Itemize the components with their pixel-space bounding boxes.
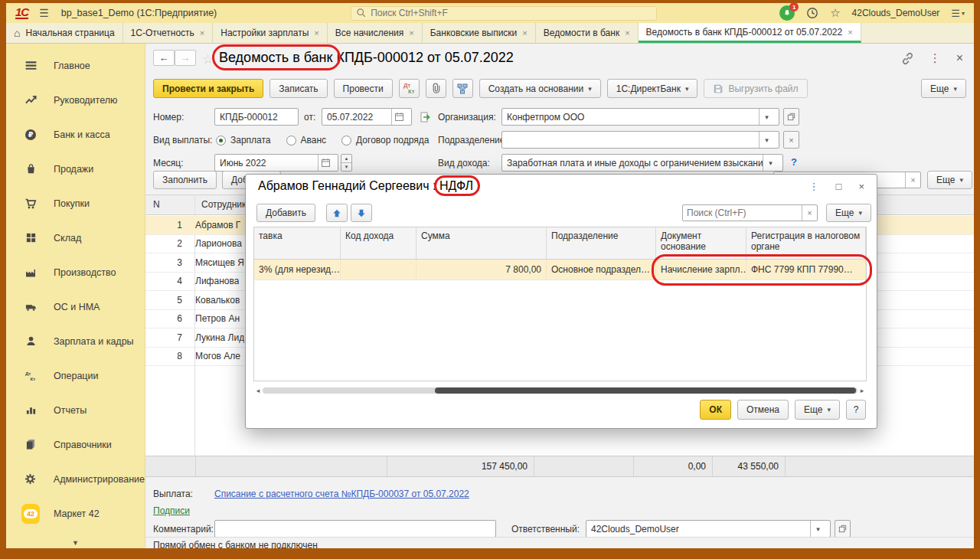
favorites-star-icon[interactable]: ☆ bbox=[830, 6, 840, 20]
close-tab-icon[interactable]: × bbox=[625, 28, 629, 38]
col-income-code-header[interactable]: Код дохода bbox=[341, 227, 416, 259]
radio-advance[interactable]: Аванс bbox=[286, 135, 327, 145]
responsible-field[interactable]: 42Clouds_DemoUser ▾ bbox=[586, 520, 831, 538]
month-stepper[interactable]: ▲▼ bbox=[341, 154, 352, 172]
col-n-header[interactable]: N bbox=[153, 199, 160, 210]
sidebar-item-manager[interactable]: Руководителю bbox=[6, 83, 145, 117]
radio-salary[interactable]: Зарплата bbox=[216, 135, 271, 145]
fill-button[interactable]: Заполнить bbox=[153, 171, 217, 189]
close-tab-icon[interactable]: × bbox=[200, 28, 204, 38]
dialog-more2-button[interactable]: Еще▾ bbox=[795, 400, 840, 420]
col-base-doc-header[interactable]: Документ основание bbox=[656, 227, 746, 259]
month-field[interactable]: Июнь 2022 bbox=[214, 154, 338, 172]
list-more-button[interactable]: Еще▾ bbox=[927, 171, 972, 189]
clear-department-button[interactable]: × bbox=[783, 131, 799, 149]
col-rate-header[interactable]: тавка bbox=[254, 227, 341, 259]
sidebar-item-purchases[interactable]: Покупки bbox=[6, 186, 145, 221]
set-current-date-icon[interactable] bbox=[420, 111, 432, 123]
comment-input[interactable] bbox=[214, 520, 496, 538]
main-menu-icon[interactable]: ☰ bbox=[39, 7, 49, 19]
move-down-button[interactable] bbox=[351, 204, 372, 222]
dialog-close-icon[interactable]: × bbox=[858, 181, 864, 192]
number-field[interactable]: КПДБ-000012 bbox=[214, 108, 299, 126]
back-button[interactable]: ← bbox=[153, 50, 175, 66]
close-tab-icon[interactable]: × bbox=[409, 28, 413, 38]
col-employee-header[interactable]: Сотрудник bbox=[201, 199, 246, 210]
payment-document-link[interactable]: Списание с расчетного счета №КПДБ-000037… bbox=[214, 489, 469, 499]
sidebar-collapse-icon[interactable]: ▼ bbox=[6, 539, 145, 547]
dialog-table-row[interactable]: 3% (для нерезид… 7 800,00 Основное подра… bbox=[254, 260, 866, 280]
dialog-help-button[interactable]: ? bbox=[846, 400, 866, 420]
notifications-bell-icon[interactable]: 1 bbox=[779, 5, 795, 21]
open-responsible-button[interactable] bbox=[835, 520, 851, 538]
post-and-close-button[interactable]: Провести и закрыть bbox=[153, 79, 263, 98]
dialog-add-button[interactable]: Добавить bbox=[256, 204, 315, 222]
sidebar-item-catalogs[interactable]: Справочники bbox=[6, 427, 145, 462]
income-type-field[interactable]: Заработная плата и иные доходы с огранич… bbox=[501, 154, 783, 172]
radio-contract[interactable]: Договор подряда bbox=[341, 135, 429, 145]
post-button[interactable]: Провести bbox=[334, 79, 393, 98]
dropdown-icon[interactable]: ▾ bbox=[810, 521, 825, 537]
calendar-icon[interactable] bbox=[318, 155, 333, 171]
tab-salary-settings[interactable]: Настройки зарплаты × bbox=[213, 23, 328, 43]
sidebar-item-administration[interactable]: Администрирование bbox=[6, 462, 145, 496]
toolbar-more-button[interactable]: Еще▾ bbox=[921, 79, 966, 98]
dialog-kebab-icon[interactable]: ⋮ bbox=[809, 181, 819, 192]
open-organization-button[interactable] bbox=[783, 108, 799, 126]
scroll-right-icon[interactable]: ▸ bbox=[858, 387, 867, 394]
sidebar-item-warehouse[interactable]: Склад bbox=[6, 221, 145, 255]
dropdown-icon[interactable]: ▾ bbox=[759, 109, 774, 125]
forward-button[interactable]: → bbox=[175, 50, 196, 66]
close-form-icon[interactable]: × bbox=[956, 51, 963, 65]
dialog-hscrollbar[interactable]: ◂ ▸ bbox=[253, 386, 867, 395]
favorite-star-icon[interactable]: ☆ bbox=[202, 51, 214, 67]
dialog-search[interactable]: × bbox=[682, 204, 818, 221]
tab-all-accruals[interactable]: Все начисления × bbox=[328, 23, 423, 43]
structure-button[interactable] bbox=[452, 79, 473, 98]
organization-field[interactable]: Конфетпром ООО ▾ bbox=[501, 108, 779, 126]
sidebar-item-fixed-assets[interactable]: ОС и НМА bbox=[6, 289, 145, 324]
dropdown-icon[interactable]: ▾ bbox=[763, 155, 778, 171]
step-up-icon[interactable]: ▲ bbox=[341, 155, 351, 163]
sidebar-item-salary-hr[interactable]: Зарплата и кадры bbox=[6, 324, 145, 358]
sidebar-item-main[interactable]: Главное bbox=[6, 48, 145, 83]
current-user[interactable]: 42Clouds_DemoUser bbox=[852, 8, 940, 18]
save-button[interactable]: Записать bbox=[270, 79, 327, 98]
tab-payrolls-to-bank[interactable]: Ведомости в банк × bbox=[536, 23, 639, 43]
global-search-input[interactable] bbox=[371, 8, 652, 18]
ok-button[interactable]: ОК bbox=[700, 400, 731, 420]
sidebar-item-sales[interactable]: Продажи bbox=[6, 152, 145, 186]
close-tab-icon[interactable]: × bbox=[848, 28, 852, 37]
history-icon[interactable] bbox=[806, 7, 818, 19]
global-search[interactable] bbox=[351, 6, 657, 21]
directbank-button[interactable]: 1С:ДиректБанк▾ bbox=[607, 79, 698, 98]
sidebar-item-operations[interactable]: ДтКт Операции bbox=[6, 358, 145, 393]
export-file-button[interactable]: Выгрузить файл bbox=[704, 79, 807, 98]
step-down-icon[interactable]: ▼ bbox=[341, 163, 351, 171]
col-amount-header[interactable]: Сумма bbox=[416, 227, 547, 259]
col-department-header[interactable]: Подразделение bbox=[547, 227, 656, 259]
sidebar-item-market42[interactable]: 42 Маркет 42 bbox=[6, 496, 145, 531]
link-icon[interactable] bbox=[901, 52, 914, 65]
sidebar-item-reports[interactable]: Отчеты bbox=[6, 393, 145, 427]
move-up-button[interactable] bbox=[326, 204, 348, 222]
dt-kt-button[interactable]: ДтКт bbox=[399, 79, 420, 98]
date-field[interactable]: 05.07.2022 bbox=[322, 108, 412, 126]
col-registration-header[interactable]: Регистрация в налоговом органе bbox=[746, 227, 866, 259]
department-field[interactable]: ▾ bbox=[501, 131, 779, 149]
kebab-menu-icon[interactable]: ⋮ bbox=[929, 51, 941, 65]
dialog-maximize-icon[interactable]: □ bbox=[836, 181, 842, 192]
dialog-search-input[interactable] bbox=[683, 208, 802, 218]
scroll-left-icon[interactable]: ◂ bbox=[253, 387, 263, 394]
tab-bank-statements[interactable]: Банковские выписки × bbox=[423, 23, 536, 43]
calendar-icon[interactable] bbox=[391, 109, 407, 125]
dialog-more-button[interactable]: Еще▾ bbox=[826, 204, 871, 222]
scrollbar-track[interactable] bbox=[263, 387, 858, 394]
close-tab-icon[interactable]: × bbox=[522, 28, 527, 38]
attachment-button[interactable] bbox=[426, 79, 446, 98]
scrollbar-thumb[interactable] bbox=[435, 387, 856, 394]
tab-current-document[interactable]: Ведомость в банк КПДБ-000012 от 05.07.20… bbox=[639, 23, 861, 43]
cancel-button[interactable]: Отмена bbox=[737, 400, 789, 420]
sidebar-item-production[interactable]: Производство bbox=[6, 255, 145, 289]
clear-search-icon[interactable]: × bbox=[802, 205, 817, 221]
